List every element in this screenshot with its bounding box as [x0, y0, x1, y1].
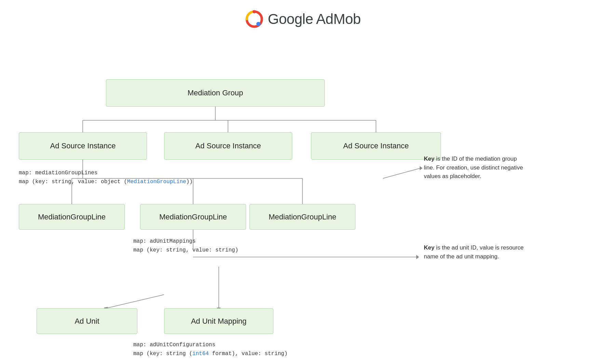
annotation-ad-unit-mappings-text1: map: adUnitMappings [133, 238, 196, 244]
page-header: Google AdMob [0, 0, 606, 35]
annotation-mediation-lines-text2-prefix: map (key: string, value: object ( [19, 179, 127, 185]
annotation-ad-unit-configs-link: int64 [192, 351, 209, 357]
annotation-mediation-lines: map: mediationGroupLines map (key: strin… [19, 168, 193, 186]
annotation-mediation-lines-link: MediationGroupLine [127, 179, 186, 185]
page-title: Google AdMob [268, 11, 361, 27]
svg-marker-18 [416, 255, 419, 259]
diagram-container: Mediation Group Ad Source Instance Ad So… [0, 35, 606, 360]
annotation-ad-unit-mappings-text2: map (key: string, value: string) [133, 247, 238, 253]
mediation-group-line-3-box: MediationGroupLine [250, 204, 355, 230]
mediation-group-line-1-box: MediationGroupLine [19, 204, 125, 230]
ad-unit-box: Ad Unit [37, 308, 137, 334]
ad-source-instance-3-box: Ad Source Instance [311, 132, 441, 160]
ad-source-instance-1-box: Ad Source Instance [19, 132, 147, 160]
annotation-ad-unit-mappings-note: Key is the ad unit ID, value is resource… [424, 243, 530, 261]
svg-marker-14 [420, 166, 422, 170]
annotation-ad-unit-configs: map: adUnitConfigurations map (key: stri… [133, 340, 287, 358]
admob-logo-icon [245, 10, 263, 28]
annotation-ad-unit-configs-text2-suffix: format), value: string) [209, 351, 287, 357]
annotation-ad-unit-configs-text2-prefix: map (key: string ( [133, 351, 192, 357]
ad-unit-mapping-box: Ad Unit Mapping [164, 308, 273, 334]
annotation-ad-unit-mappings-note-bold: Key [424, 244, 434, 251]
mediation-group-box: Mediation Group [106, 79, 325, 107]
annotation-mediation-lines-note-text: is the ID of the mediation group line. F… [424, 156, 523, 179]
annotation-ad-unit-mappings-note-text: is the ad unit ID, value is resource nam… [424, 244, 524, 260]
annotation-ad-unit-mappings: map: adUnitMappings map (key: string, va… [133, 237, 238, 254]
annotation-mediation-lines-text1: map: mediationGroupLines [19, 170, 97, 176]
svg-line-13 [383, 168, 420, 178]
annotation-mediation-lines-note-bold: Key [424, 156, 434, 162]
mediation-group-line-2-box: MediationGroupLine [140, 204, 246, 230]
annotation-mediation-lines-text2-suffix: )) [186, 179, 193, 185]
annotation-ad-unit-configs-text1: map: adUnitConfigurations [133, 342, 215, 348]
svg-line-21 [106, 295, 164, 308]
svg-point-1 [256, 22, 260, 26]
annotation-mediation-lines-note: Key is the ID of the mediation group lin… [424, 154, 526, 181]
ad-source-instance-2-box: Ad Source Instance [164, 132, 292, 160]
